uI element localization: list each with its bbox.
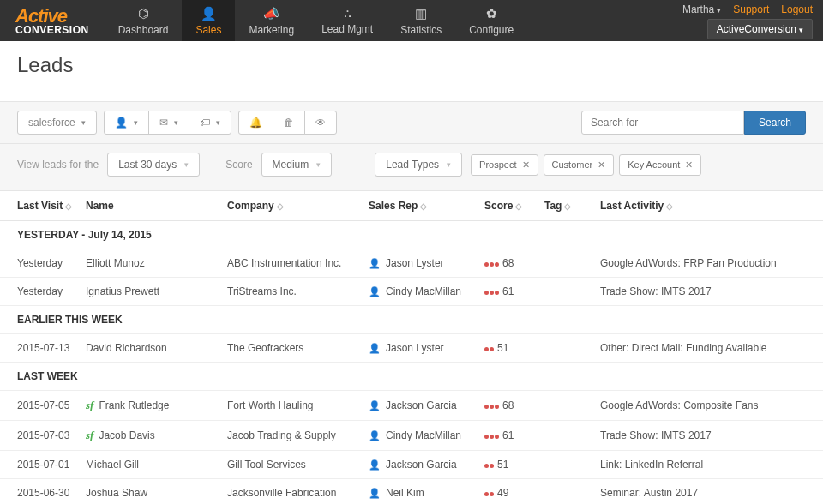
cell-name: sfJacob Davis: [86, 429, 227, 442]
close-icon[interactable]: ✕: [598, 159, 605, 171]
cell-score: 49: [484, 487, 544, 499]
sort-icon[interactable]: ◇: [277, 201, 284, 211]
chip-label: Prospect: [479, 159, 516, 170]
nav-configure[interactable]: ✿Configure: [455, 0, 527, 41]
search-input[interactable]: [581, 111, 744, 135]
date-range-dropdown[interactable]: Last 30 days▾: [107, 153, 200, 177]
nav-marketing[interactable]: 📣Marketing: [235, 0, 308, 41]
table-row[interactable]: 2015-06-30Joshua ShawJacksonville Fabric…: [0, 479, 823, 504]
cell-rep: 👤Jason Lyster: [369, 257, 484, 269]
cell-activity: Google AdWords: Composite Fans: [600, 399, 806, 411]
nav-sales[interactable]: 👤Sales: [182, 0, 235, 41]
nav-label: Lead Mgmt: [321, 23, 373, 35]
notify-button[interactable]: 🔔: [238, 111, 273, 135]
search-button[interactable]: Search: [744, 111, 806, 135]
filter-chip[interactable]: Prospect✕: [471, 154, 538, 176]
table-row[interactable]: YesterdayElliott MunozABC Instrumentatio…: [0, 249, 823, 278]
user-icon: 👤: [369, 430, 381, 441]
cell-activity: Link: LinkedIn Referral: [600, 459, 806, 471]
workspace-dropdown[interactable]: ActiveConversion▾: [707, 19, 813, 39]
page-title: Leads: [17, 53, 806, 77]
close-icon[interactable]: ✕: [522, 159, 530, 171]
table-header: Last Visit◇ Name Company◇ Sales Rep◇ Sco…: [0, 191, 823, 221]
cell-company: Fort Worth Hauling: [227, 399, 369, 411]
cell-rep: 👤Neil Kim: [369, 487, 484, 499]
sort-icon[interactable]: ◇: [564, 201, 571, 211]
nav-icon: ▥: [415, 6, 427, 21]
user-action-button[interactable]: 👤▾: [104, 111, 149, 135]
tag-icon: 🏷: [200, 117, 210, 129]
cell-name: sfFrank Rutledge: [86, 399, 227, 412]
nav-label: Sales: [195, 24, 221, 36]
score-dropdown[interactable]: Medium▾: [261, 153, 333, 177]
logo[interactable]: Active CONVERSION: [0, 0, 105, 41]
cell-name: Joshua Shaw: [86, 487, 227, 499]
topbar: Active CONVERSION ⌬Dashboard👤Sales📣Marke…: [0, 0, 823, 41]
user-icon: 👤: [369, 459, 381, 470]
user-icon: 👤: [369, 400, 381, 411]
chip-label: Customer: [552, 159, 593, 170]
user-icon: 👤: [115, 117, 128, 129]
nav-label: Dashboard: [118, 24, 169, 36]
filter-chip[interactable]: Customer✕: [544, 154, 615, 176]
nav-statistics[interactable]: ▥Statistics: [387, 0, 455, 41]
user-menu[interactable]: Martha▾: [682, 3, 721, 15]
table-row[interactable]: 2015-07-03sfJacob DavisJacob Trading & S…: [0, 421, 823, 451]
cell-activity: Seminar: Austin 2017: [600, 487, 806, 499]
nav-icon: 👤: [201, 6, 217, 21]
cell-company: ABC Instrumentation Inc.: [227, 257, 369, 269]
logo-word2: CONVERSION: [15, 24, 89, 36]
sort-icon[interactable]: ◇: [420, 201, 427, 211]
user-icon: 👤: [369, 343, 381, 353]
table-row[interactable]: YesterdayIgnatius PrewettTriStreams Inc.…: [0, 278, 823, 306]
cell-name: David Richardson: [86, 342, 227, 354]
filter-chip[interactable]: Key Account✕: [619, 154, 701, 176]
nav-icon: ✿: [486, 6, 497, 21]
group-header: EARLIER THIS WEEK: [0, 306, 823, 334]
cell-visit: Yesterday: [17, 285, 86, 297]
cell-activity: Trade Show: IMTS 2017: [600, 285, 806, 297]
cell-activity: Google AdWords: FRP Fan Production: [600, 257, 806, 269]
cell-score: 68: [484, 399, 544, 411]
cell-activity: Other: Direct Mail: Funding Available: [600, 342, 806, 354]
table-row[interactable]: 2015-07-05sfFrank RutledgeFort Worth Hau…: [0, 391, 823, 421]
cell-company: Gill Tool Services: [227, 459, 369, 471]
cell-rep: 👤Cindy MacMillan: [369, 285, 484, 297]
crm-dropdown[interactable]: salesforce▾: [17, 111, 97, 135]
hide-button[interactable]: 👁: [304, 111, 337, 135]
user-icon: 👤: [369, 286, 381, 297]
cell-name: Elliott Munoz: [86, 257, 227, 269]
nav-lead-mgmt[interactable]: ⛬Lead Mgmt: [308, 0, 387, 41]
filters-bar: View leads for the Last 30 days▾ Score M…: [0, 144, 823, 191]
mail-action-button[interactable]: ✉▾: [148, 111, 189, 135]
cell-score: 51: [484, 342, 544, 354]
group-header: LAST WEEK: [0, 363, 823, 391]
sort-icon[interactable]: ◇: [515, 201, 522, 211]
delete-button[interactable]: 🗑: [273, 111, 305, 135]
sort-icon[interactable]: ◇: [666, 201, 673, 211]
trash-icon: 🗑: [284, 117, 294, 129]
nav-dashboard[interactable]: ⌬Dashboard: [105, 0, 183, 41]
cell-rep: 👤Jason Lyster: [369, 342, 484, 354]
cell-visit: Yesterday: [17, 257, 86, 269]
lead-types-dropdown[interactable]: Lead Types▾: [375, 153, 462, 177]
eye-slash-icon: 👁: [315, 117, 326, 129]
tag-action-button[interactable]: 🏷▾: [189, 111, 231, 135]
user-icon: 👤: [369, 488, 381, 498]
nav-icon: 📣: [263, 6, 279, 21]
cell-rep: 👤Jackson Garcia: [369, 459, 484, 471]
table-row[interactable]: 2015-07-13David RichardsonThe Geofracker…: [0, 334, 823, 363]
cell-visit: 2015-06-30: [17, 487, 86, 499]
nav-label: Configure: [469, 24, 514, 36]
group-header: YESTERDAY - July 14, 2015: [0, 221, 823, 249]
cell-company: The Geofrackers: [227, 342, 369, 354]
logout-link[interactable]: Logout: [781, 3, 813, 15]
cell-score: 51: [484, 459, 544, 471]
sort-icon[interactable]: ◇: [65, 201, 72, 211]
cell-visit: 2015-07-01: [17, 459, 86, 471]
table-row[interactable]: 2015-07-01Michael GillGill Tool Services…: [0, 451, 823, 479]
close-icon[interactable]: ✕: [685, 159, 693, 171]
nav-icon: ⛬: [341, 6, 354, 21]
cell-company: Jacob Trading & Supply: [227, 429, 369, 441]
support-link[interactable]: Support: [733, 3, 769, 15]
